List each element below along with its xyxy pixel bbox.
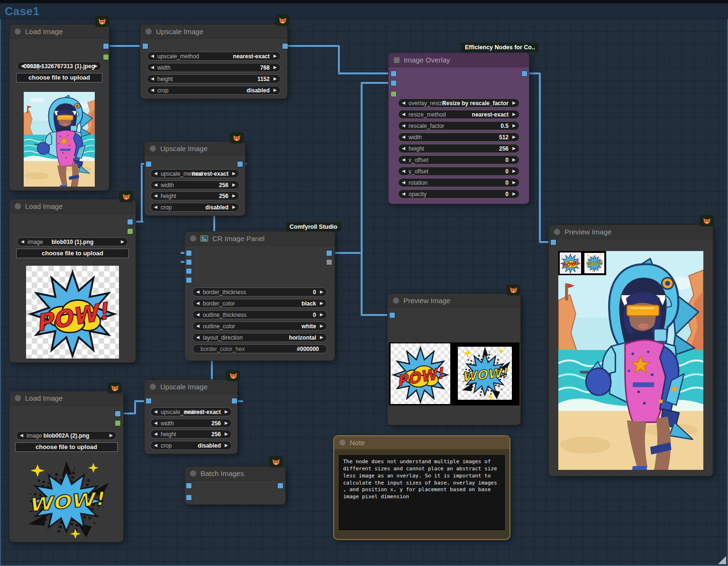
widget-x-offset[interactable]: ◀x_offset0▶	[398, 155, 519, 164]
output-slot-show-help[interactable]	[327, 260, 332, 265]
node-batch-images[interactable]: Batch Images	[185, 467, 285, 504]
decrement-arrow[interactable]: ◀	[154, 421, 157, 425]
increment-arrow[interactable]: ▶	[512, 112, 516, 117]
node-preview-image-2[interactable]: Preview Image	[549, 225, 713, 476]
input-slot-mask[interactable]	[391, 91, 396, 97]
increment-arrow[interactable]: ▶	[232, 171, 236, 176]
widget-width[interactable]: ◀width768▶	[147, 63, 281, 72]
node-load-image-1[interactable]: Load Image ◀ image 00028-1326767313 (1).…	[9, 25, 109, 190]
collapse-dot-icon[interactable]	[554, 229, 560, 235]
node-note[interactable]: Note The node does not understand multip…	[334, 436, 510, 539]
widget-crop[interactable]: ◀cropdisabled▶	[147, 86, 281, 95]
decrement-arrow[interactable]: ◀	[196, 324, 200, 328]
node-load-image-3[interactable]: Load Image ◀ image blob002A (2).png ▶ ch…	[9, 391, 123, 542]
input-slot-image-1[interactable]	[186, 251, 191, 256]
increment-arrow[interactable]: ▶	[320, 290, 323, 294]
widget-height[interactable]: ◀height256▶	[150, 430, 232, 439]
decrement-arrow[interactable]: ◀	[154, 443, 157, 448]
increment-arrow[interactable]: ▶	[273, 65, 277, 70]
decrement-arrow[interactable]: ◀	[154, 205, 157, 209]
widget-upscale-method[interactable]: ◀upscale_methodnearest-exact▶	[147, 52, 281, 61]
decrement-arrow[interactable]: ◀	[402, 101, 405, 105]
decrement-arrow[interactable]: ◀	[151, 54, 154, 58]
widget-resize-method[interactable]: ◀resize_methodnearest-exact▶	[398, 110, 519, 119]
increment-arrow[interactable]: ▶	[273, 54, 277, 58]
node-header[interactable]: Image Overlay	[389, 53, 529, 67]
collapse-dot-icon[interactable]	[339, 440, 346, 446]
widget-border-color[interactable]: ◀border_colorblack▶	[192, 299, 327, 308]
image-filename-combo[interactable]: ◀ image blob010 (1).png ▶	[17, 237, 128, 246]
node-header[interactable]: Note	[334, 436, 510, 449]
input-slot-overlay-image[interactable]	[391, 81, 396, 86]
output-slot-image[interactable]	[237, 162, 243, 167]
increment-arrow[interactable]: ▶	[225, 421, 228, 425]
decrement-arrow[interactable]: ◀	[402, 169, 405, 173]
decrement-arrow[interactable]: ◀	[402, 158, 405, 162]
increment-arrow[interactable]: ▶	[512, 101, 516, 105]
input-slot-image-4[interactable]	[186, 278, 191, 283]
node-header[interactable]: Load Image	[9, 25, 109, 39]
decrement-arrow[interactable]: ◀	[154, 194, 157, 198]
increment-arrow[interactable]: ▶	[512, 192, 516, 196]
collapse-dot-icon[interactable]	[146, 28, 152, 35]
node-header[interactable]: Upscale Image	[145, 380, 237, 394]
node-header[interactable]: CR Image Panel	[185, 232, 335, 246]
node-header[interactable]: Preview Image	[388, 294, 520, 308]
input-slot-image-3[interactable]	[186, 269, 191, 274]
input-slot-image[interactable]	[143, 44, 148, 49]
widget-overlay-resize[interactable]: ◀overlay_resizeResize by rescale_factor▶	[398, 99, 519, 108]
collapse-dot-icon[interactable]	[190, 470, 196, 476]
node-upscale-image-3[interactable]: Upscale Image ◀upscale_methodnearest-exa…	[145, 380, 237, 454]
decrement-arrow[interactable]: ◀	[151, 77, 154, 81]
choose-file-button[interactable]: choose file to upload	[16, 249, 129, 258]
collapse-dot-icon[interactable]	[15, 203, 21, 209]
decrement-arrow[interactable]: ◀	[402, 192, 405, 196]
increment-arrow[interactable]: ▶	[273, 77, 277, 81]
widget-upscale-method[interactable]: ◀upscale_methodnearest-exact▶	[150, 169, 239, 178]
output-slot-image[interactable]	[115, 411, 120, 416]
output-slot-image[interactable]	[127, 219, 133, 225]
combo-right-arrow[interactable]: ▶	[121, 240, 124, 244]
node-header[interactable]: Load Image	[9, 391, 123, 405]
node-image-overlay[interactable]: Image Overlay ◀overlay_resizeResize by r…	[389, 53, 529, 204]
node-header[interactable]: Upscale Image	[140, 25, 287, 39]
input-slot-base-image[interactable]	[391, 71, 396, 76]
increment-arrow[interactable]: ▶	[320, 301, 323, 305]
input-slot-images[interactable]	[551, 240, 556, 245]
choose-file-button[interactable]: choose file to upload	[15, 442, 118, 452]
node-header[interactable]: Batch Images	[185, 467, 285, 481]
image-filename-combo[interactable]: ◀ image blob002A (2).png ▶	[16, 431, 117, 440]
node-graph-canvas[interactable]: Case1 Load Image ◀ image 00028-132676731…	[0, 0, 728, 566]
decrement-arrow[interactable]: ◀	[154, 171, 157, 176]
widget-rescale-factor[interactable]: ◀rescale_factor0.5▶	[398, 121, 519, 130]
decrement-arrow[interactable]: ◀	[402, 124, 405, 128]
widget-rotation[interactable]: ◀rotation0▶	[398, 178, 519, 187]
decrement-arrow[interactable]: ◀	[154, 410, 157, 414]
output-slot-image[interactable]	[282, 44, 288, 49]
widget-height[interactable]: ◀height256▶	[398, 144, 519, 153]
collapse-dot-icon[interactable]	[150, 145, 156, 152]
increment-arrow[interactable]: ▶	[232, 194, 236, 198]
output-slot-image[interactable]	[103, 44, 109, 49]
note-textarea[interactable]: The node does not understand multiple im…	[339, 455, 505, 530]
increment-arrow[interactable]: ▶	[232, 205, 236, 209]
decrement-arrow[interactable]: ◀	[196, 301, 200, 305]
increment-arrow[interactable]: ▶	[225, 410, 228, 414]
collapse-dot-icon[interactable]	[393, 297, 399, 304]
node-load-image-2[interactable]: Load Image ◀ image blob010 (1).png ▶ cho…	[9, 199, 136, 362]
canvas-resize-handle[interactable]	[718, 556, 726, 564]
node-header[interactable]: Upscale Image	[145, 142, 245, 156]
collapse-dot-icon[interactable]	[190, 235, 196, 242]
output-slot-image[interactable]	[232, 398, 237, 404]
output-slot-image[interactable]	[327, 251, 332, 256]
decrement-arrow[interactable]: ◀	[151, 88, 154, 92]
output-slot-mask[interactable]	[103, 54, 109, 60]
node-preview-image-1[interactable]: Preview Image POW!	[388, 294, 520, 425]
combo-right-arrow[interactable]: ▶	[94, 64, 98, 68]
input-slot-image-1[interactable]	[186, 483, 191, 488]
decrement-arrow[interactable]: ◀	[402, 180, 405, 185]
increment-arrow[interactable]: ▶	[512, 169, 516, 173]
widget-upscale-method[interactable]: ◀upscale_methodnearest-exact▶	[150, 407, 232, 416]
node-header[interactable]: Preview Image	[549, 225, 713, 239]
widget-border-thickness[interactable]: ◀border_thickness0▶	[192, 287, 327, 296]
